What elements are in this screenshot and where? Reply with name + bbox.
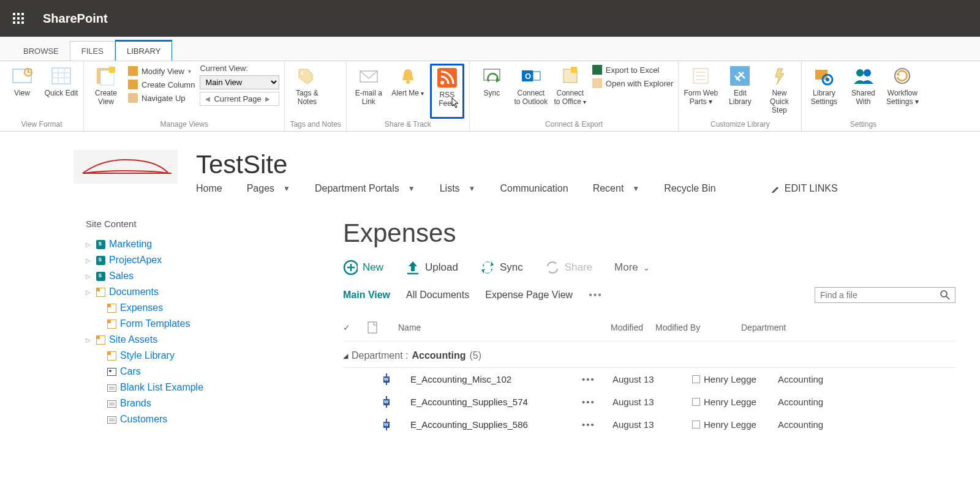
sync-icon <box>480 260 495 275</box>
site-header: TestSite HomePages▼Department Portals▼Li… <box>0 150 980 194</box>
checkbox[interactable] <box>692 375 700 383</box>
tab-browse[interactable]: BROWSE <box>12 42 70 61</box>
nav-pages[interactable]: Pages▼ <box>247 183 290 194</box>
share-command[interactable]: Share <box>545 260 592 275</box>
app-launcher-icon[interactable] <box>6 6 31 31</box>
nav-recycle-bin[interactable]: Recycle Bin <box>664 183 715 194</box>
nav-communication[interactable]: Communication <box>500 183 568 194</box>
item-menu[interactable]: ••• <box>582 374 600 384</box>
view-button[interactable]: View <box>5 64 39 119</box>
file-name[interactable]: E_Accounting_Supplies_574 <box>410 397 570 407</box>
col-department[interactable]: Department <box>741 323 786 332</box>
sync-button[interactable]: Sync <box>475 64 509 119</box>
sync-command[interactable]: Sync <box>480 260 523 275</box>
col-modified-by[interactable]: Modified By <box>655 323 729 332</box>
svg-point-21 <box>301 72 303 74</box>
nav-lists[interactable]: Lists▼ <box>440 183 476 194</box>
type-column-icon[interactable] <box>368 321 386 334</box>
ql-cars[interactable]: Cars <box>86 364 282 380</box>
svg-rect-8 <box>21 21 24 24</box>
more-command[interactable]: More ⌄ <box>614 261 650 274</box>
ql-documents[interactable]: ▷Documents <box>86 284 282 300</box>
share-icon <box>545 260 560 275</box>
open-explorer-button[interactable]: Open with Explorer <box>592 78 674 88</box>
email-link-button[interactable]: E-mail a Link <box>352 64 386 119</box>
table-row[interactable]: E_Accounting_Supplies_586•••August 13Hen… <box>343 413 956 436</box>
library-settings-button[interactable]: Library Settings <box>807 64 841 119</box>
search-icon[interactable] <box>940 290 950 300</box>
ql-marketing[interactable]: ▷Marketing <box>86 236 282 252</box>
rss-icon <box>436 67 458 89</box>
ql-form-templates[interactable]: Form Templates <box>86 316 282 332</box>
form-web-parts-button[interactable]: Form Web Parts ▾ <box>684 64 718 119</box>
ribbon-tabs: BROWSE FILES LIBRARY <box>0 37 980 61</box>
alert-me-button[interactable]: Alert Me ▾ <box>391 64 425 119</box>
ql-expenses[interactable]: Expenses <box>86 300 282 316</box>
table-row[interactable]: E_Accounting_Misc_102•••August 13Henry L… <box>343 368 956 391</box>
nav-recent[interactable]: Recent▼ <box>593 183 640 194</box>
ql-brands[interactable]: Brands <box>86 395 282 411</box>
tab-files[interactable]: FILES <box>70 41 115 61</box>
checkbox[interactable] <box>692 398 700 406</box>
col-name[interactable]: Name <box>398 323 564 332</box>
col-modified[interactable]: Modified <box>576 323 643 332</box>
edit-links[interactable]: EDIT LINKS <box>771 183 838 194</box>
search-input[interactable] <box>820 290 940 300</box>
search-box[interactable] <box>815 287 956 303</box>
rss-feed-button[interactable]: RSS Feed <box>430 64 464 119</box>
people-icon <box>852 65 874 87</box>
ql-sales[interactable]: ▷Sales <box>86 268 282 284</box>
word-doc-icon <box>386 419 398 430</box>
tab-library[interactable]: LIBRARY <box>115 40 172 61</box>
create-column-button[interactable]: Create Column <box>128 80 195 89</box>
item-menu[interactable]: ••• <box>582 397 600 407</box>
envelope-icon <box>358 65 380 87</box>
sync-icon <box>481 65 503 87</box>
upload-button[interactable]: Upload <box>405 260 458 275</box>
svg-rect-3 <box>13 17 15 20</box>
connect-outlook-button[interactable]: O Connect to Outlook <box>514 64 548 119</box>
ql-style-library[interactable]: Style Library <box>86 348 282 364</box>
new-quick-step-button[interactable]: New Quick Step <box>762 64 796 119</box>
more-views[interactable]: ••• <box>589 290 603 301</box>
upload-icon <box>405 260 420 275</box>
current-view-section: Current View: Main View ◀Current Page▶ <box>200 64 279 119</box>
edit-library-button[interactable]: Edit Library <box>723 64 757 119</box>
ql-customers[interactable]: Customers <box>86 411 282 427</box>
svg-rect-30 <box>533 72 540 80</box>
nav-department-portals[interactable]: Department Portals▼ <box>315 183 415 194</box>
svg-point-49 <box>941 291 947 297</box>
modify-view-button[interactable]: Modify View ▾ <box>128 66 195 76</box>
file-name[interactable]: E_Accounting_Misc_102 <box>410 374 570 384</box>
new-button[interactable]: New <box>343 260 383 275</box>
nav-home[interactable]: Home <box>196 183 222 194</box>
quick-edit-button[interactable]: Quick Edit <box>44 64 78 119</box>
item-menu[interactable]: ••• <box>582 419 600 430</box>
checkbox[interactable] <box>692 421 700 429</box>
view-all-documents[interactable]: All Documents <box>406 290 469 301</box>
connect-office-button[interactable]: Connect to Office ▾ <box>553 64 587 119</box>
select-all-check[interactable]: ✓ <box>343 323 355 332</box>
workflow-settings-button[interactable]: Workflow Settings ▾ <box>885 64 919 119</box>
table-row[interactable]: E_Accounting_Supplies_574•••August 13Hen… <box>343 391 956 413</box>
create-view-button[interactable]: Create View <box>89 64 123 119</box>
current-page-nav[interactable]: ◀Current Page▶ <box>200 92 279 106</box>
file-name[interactable]: E_Accounting_Supplies_586 <box>410 419 570 430</box>
svg-rect-51 <box>368 322 377 333</box>
svg-rect-4 <box>17 17 20 20</box>
ql-projectapex[interactable]: ▷ProjectApex <box>86 252 282 268</box>
shared-with-button[interactable]: Shared With <box>846 64 880 119</box>
ql-site-assets[interactable]: ▷Site Assets <box>86 332 282 348</box>
word-doc-icon <box>386 397 398 407</box>
current-view-select[interactable]: Main View <box>200 75 279 89</box>
view-expense-page[interactable]: Expense Page View <box>485 290 573 301</box>
command-bar: New Upload Sync Share More ⌄ <box>343 260 956 275</box>
tags-notes-button[interactable]: Tags & Notes <box>290 64 324 119</box>
site-logo[interactable] <box>74 150 178 184</box>
view-main[interactable]: Main View <box>343 290 390 301</box>
ql-blank-list-example[interactable]: Blank List Example <box>86 380 282 395</box>
group-header[interactable]: ◢ Department : Accounting (5) <box>343 342 956 367</box>
navigate-up-button[interactable]: Navigate Up <box>128 93 195 103</box>
word-doc-icon <box>386 374 398 384</box>
export-excel-button[interactable]: Export to Excel <box>592 65 674 75</box>
